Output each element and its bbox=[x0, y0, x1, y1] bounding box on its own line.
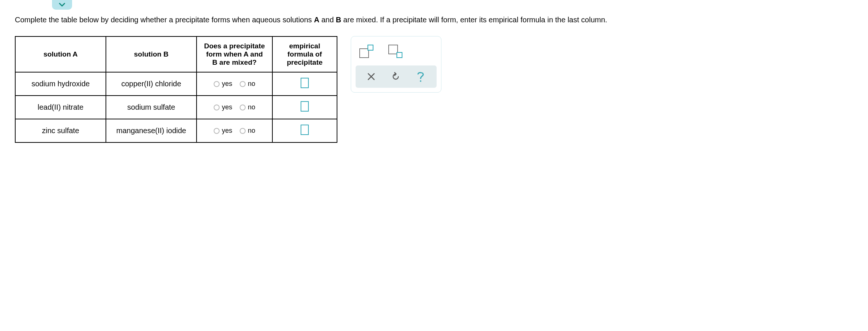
square-icon bbox=[396, 52, 402, 58]
collapse-toggle[interactable] bbox=[52, 0, 72, 10]
instr-bold-b: B bbox=[336, 16, 341, 24]
cell-precipitate-choice: yes no bbox=[197, 96, 272, 119]
x-icon bbox=[367, 72, 376, 81]
table-row: sodium hydroxide copper(II) chloride yes… bbox=[15, 72, 337, 96]
chevron-down-icon bbox=[59, 3, 65, 7]
formula-input[interactable] bbox=[301, 101, 309, 112]
radio-no-label: no bbox=[248, 127, 255, 135]
radio-no[interactable]: no bbox=[240, 127, 255, 135]
table-row: lead(II) nitrate sodium sulfate yes no bbox=[15, 96, 337, 119]
radio-yes-label: yes bbox=[222, 127, 232, 135]
svg-point-2 bbox=[420, 80, 421, 82]
undo-arrow-icon bbox=[391, 72, 401, 81]
radio-yes[interactable]: yes bbox=[214, 80, 232, 88]
header-precipitate: Does a precipitate form when A and B are… bbox=[197, 36, 272, 72]
radio-circle-icon bbox=[214, 128, 220, 134]
radio-circle-icon bbox=[214, 81, 220, 87]
radio-circle-icon bbox=[240, 81, 246, 87]
radio-yes[interactable]: yes bbox=[214, 127, 232, 135]
precipitate-table: solution A solution B Does a precipitate… bbox=[15, 36, 337, 143]
radio-yes-label: yes bbox=[222, 80, 232, 88]
table-row: zinc sulfate manganese(II) iodide yes no bbox=[15, 119, 337, 142]
radio-yes-label: yes bbox=[222, 103, 232, 111]
question-mark-icon bbox=[416, 71, 425, 83]
subscript-button[interactable] bbox=[388, 45, 402, 58]
cell-solution-b: copper(II) chloride bbox=[106, 72, 197, 96]
instr-post: are mixed. If a precipitate will form, e… bbox=[341, 16, 607, 24]
radio-circle-icon bbox=[214, 105, 220, 110]
formula-input[interactable] bbox=[301, 125, 309, 135]
instructions-text: Complete the table below by deciding whe… bbox=[15, 15, 853, 25]
radio-no[interactable]: no bbox=[240, 80, 255, 88]
cell-precipitate-choice: yes no bbox=[197, 119, 272, 142]
radio-no-label: no bbox=[248, 103, 255, 111]
cell-solution-a: lead(II) nitrate bbox=[15, 96, 106, 119]
cell-solution-b: manganese(II) iodide bbox=[106, 119, 197, 142]
instr-bold-a: A bbox=[314, 16, 319, 24]
radio-no-label: no bbox=[248, 80, 255, 88]
cell-formula bbox=[272, 96, 337, 119]
radio-circle-icon bbox=[240, 105, 246, 110]
header-solution-a: solution A bbox=[15, 36, 106, 72]
tool-panel bbox=[351, 36, 441, 93]
radio-yes[interactable]: yes bbox=[214, 103, 232, 111]
cell-formula bbox=[272, 119, 337, 142]
header-formula: empirical formula of precipitate bbox=[272, 36, 337, 72]
square-icon bbox=[367, 45, 373, 51]
cell-formula bbox=[272, 72, 337, 96]
radio-no[interactable]: no bbox=[240, 103, 255, 111]
help-button[interactable] bbox=[416, 71, 425, 83]
cell-precipitate-choice: yes no bbox=[197, 72, 272, 96]
radio-circle-icon bbox=[240, 128, 246, 134]
instr-pre: Complete the table below by deciding whe… bbox=[15, 16, 314, 24]
formula-input[interactable] bbox=[301, 78, 309, 88]
cell-solution-a: sodium hydroxide bbox=[15, 72, 106, 96]
reset-button[interactable] bbox=[391, 72, 401, 81]
superscript-button[interactable] bbox=[359, 45, 373, 58]
clear-button[interactable] bbox=[367, 72, 376, 81]
cell-solution-b: sodium sulfate bbox=[106, 96, 197, 119]
instr-mid: and bbox=[319, 16, 336, 24]
header-solution-b: solution B bbox=[106, 36, 197, 72]
cell-solution-a: zinc sulfate bbox=[15, 119, 106, 142]
